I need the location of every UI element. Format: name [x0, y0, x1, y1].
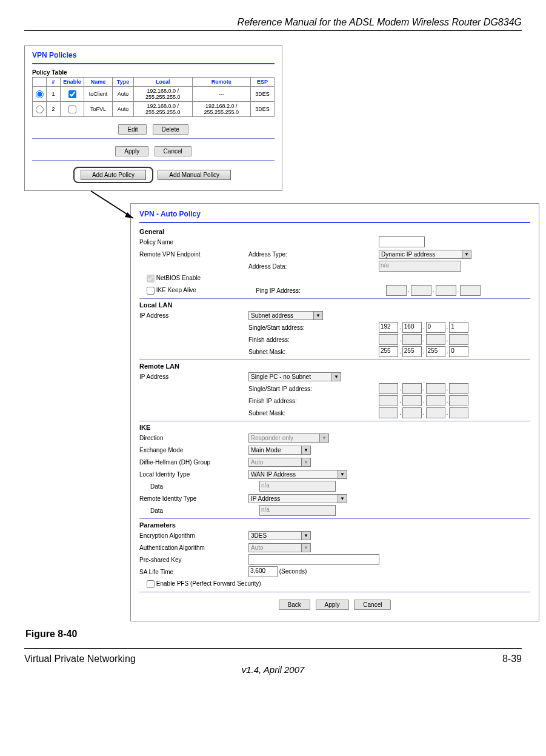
localid-label: Local Identity Type — [139, 471, 248, 478]
policy-table: # Enable Name Type Local Remote ESP 1 to… — [32, 77, 275, 117]
chevron-down-icon: ▼ — [338, 470, 347, 478]
back-button[interactable]: Back — [279, 600, 310, 610]
policy-name-input[interactable] — [379, 236, 425, 247]
arrow-icon — [85, 188, 145, 230]
locallan-mask-label: Subnet Mask: — [248, 349, 379, 355]
netbios-checkbox — [147, 275, 155, 283]
locallan-single-label: Single/Start address: — [248, 324, 379, 331]
footer-left: Virtual Private Networking — [24, 654, 136, 664]
dh-select: Auto▼ — [248, 458, 311, 467]
addr-data-label: Address Data: — [248, 263, 379, 270]
add-auto-policy-button[interactable]: Add Auto Policy — [81, 170, 146, 180]
exchange-select[interactable]: Main Mode▼ — [248, 446, 311, 455]
figure-caption: Figure 8-40 — [25, 629, 522, 640]
remoteid-label: Remote Identity Type — [139, 495, 248, 502]
panel2-title: VPN - Auto Policy — [139, 210, 530, 218]
ping-ip-label: Ping IP Address: — [256, 287, 386, 294]
doc-title: Reference Manual for the ADSL Modem Wire… — [24, 17, 522, 28]
general-heading: General — [139, 228, 530, 235]
table-row: 2 ToFVL Auto 192.168.0.0 / 255.255.255.0… — [33, 102, 275, 117]
chevron-down-icon: ▼ — [331, 373, 341, 381]
panel1-title: VPN Policies — [32, 51, 275, 59]
direction-select: Responder only▼ — [248, 433, 329, 443]
row2-enable[interactable] — [68, 105, 76, 113]
locallan-single-octet[interactable]: 192 — [379, 322, 398, 333]
chevron-down-icon: ▼ — [313, 312, 322, 319]
add-auto-highlight: Add Auto Policy — [73, 167, 153, 183]
addr-data-input: n/a — [379, 261, 461, 272]
chevron-down-icon: ▼ — [338, 495, 347, 503]
salife-unit: (Seconds) — [279, 568, 307, 575]
vpn-auto-policy-panel: VPN - Auto Policy General Policy Name Re… — [130, 203, 539, 621]
remoteid-data-label: Data — [139, 507, 259, 514]
policy-name-label: Policy Name — [139, 239, 248, 246]
localid-data-input: n/a — [259, 481, 336, 492]
pfs-label: Enable PFS (Perfect Forward Security) — [156, 580, 261, 587]
exchange-label: Exchange Mode — [139, 447, 248, 453]
remotelan-ip-label: IP Address — [139, 373, 248, 380]
locallan-ip-label: IP Address — [139, 312, 248, 319]
divider — [24, 30, 522, 31]
locallan-finish-label: Finish address: — [248, 336, 379, 343]
remoteid-select[interactable]: IP Address▼ — [248, 494, 347, 503]
remoteid-data-input: n/a — [259, 505, 336, 516]
table-header: # Enable Name Type Local Remote ESP — [33, 78, 275, 87]
localid-data-label: Data — [139, 483, 259, 490]
dh-label: Diffie-Hellman (DH) Group — [139, 459, 248, 466]
local-lan-heading: Local LAN — [139, 301, 530, 309]
remotelan-mask-label: Subnet Mask: — [248, 410, 379, 416]
psk-input[interactable] — [248, 554, 379, 565]
row2-radio[interactable] — [36, 105, 44, 113]
parameters-heading: Parameters — [139, 521, 530, 529]
auth-select: Auto▼ — [248, 543, 311, 552]
chevron-down-icon: ▼ — [301, 446, 310, 454]
direction-label: Direction — [139, 435, 248, 441]
enc-label: Encryption Algorithm — [139, 532, 248, 539]
cancel-button[interactable]: Cancel — [155, 146, 191, 156]
pfs-checkbox[interactable] — [147, 580, 155, 588]
remotelan-single-label: Single/Start IP address: — [248, 386, 379, 392]
table-row: 1 toClient Auto 192.168.0.0 / 255.255.25… — [33, 87, 275, 102]
footer-right: 8-39 — [502, 654, 522, 664]
remote-lan-heading: Remote LAN — [139, 363, 530, 370]
apply-button[interactable]: Apply — [115, 146, 148, 156]
ping-ip-octet — [386, 285, 407, 296]
locallan-ip-select[interactable]: Subnet address▼ — [248, 311, 323, 320]
delete-button[interactable]: Delete — [153, 124, 188, 135]
footer-center: v1.4, April 2007 — [24, 664, 522, 675]
enc-select[interactable]: 3DES▼ — [248, 531, 311, 540]
addr-type-select[interactable]: Dynamic IP address▼ — [379, 250, 471, 259]
vpn-policies-panel: VPN Policies Policy Table # Enable Name … — [24, 45, 282, 191]
chevron-down-icon: ▼ — [462, 250, 471, 258]
policy-table-label: Policy Table — [32, 69, 275, 76]
chevron-down-icon: ▼ — [301, 458, 310, 466]
row1-enable[interactable] — [68, 90, 76, 98]
auth-label: Authentication Algorithm — [139, 544, 248, 551]
chevron-down-icon: ▼ — [319, 434, 328, 442]
addr-type-label: Address Type: — [248, 251, 379, 258]
ike-heading: IKE — [139, 424, 530, 431]
edit-button[interactable]: Edit — [118, 124, 147, 135]
apply-button[interactable]: Apply — [316, 600, 349, 610]
add-manual-policy-button[interactable]: Add Manual Policy — [158, 170, 231, 180]
row1-radio[interactable] — [36, 90, 44, 98]
chevron-down-icon: ▼ — [301, 532, 310, 540]
page-footer: Virtual Private Networking 8-39 v1.4, Ap… — [24, 648, 522, 675]
remote-endpoint-label: Remote VPN Endpoint — [139, 251, 248, 258]
psk-label: Pre-shared Key — [139, 557, 248, 563]
salife-label: SA Life Time — [139, 569, 248, 575]
localid-select[interactable]: WAN IP Address▼ — [248, 470, 347, 479]
chevron-down-icon: ▼ — [301, 544, 310, 552]
remotelan-finish-label: Finish IP address: — [248, 398, 379, 404]
ike-keepalive-checkbox[interactable] — [147, 287, 155, 295]
salife-input[interactable]: 3,600 — [248, 566, 278, 577]
locallan-mask-octet[interactable]: 255 — [379, 346, 398, 357]
cancel-button[interactable]: Cancel — [354, 600, 391, 610]
remotelan-ip-select[interactable]: Single PC - no Subnet▼ — [248, 372, 341, 381]
